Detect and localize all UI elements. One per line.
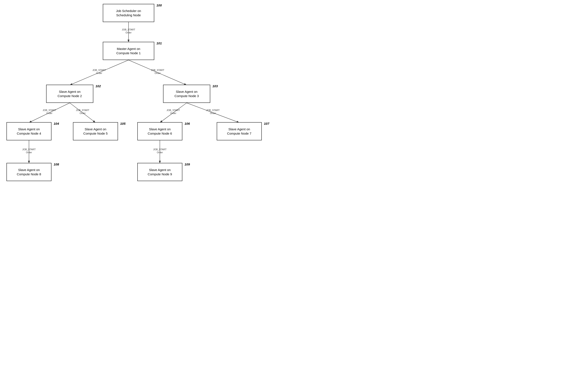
- node-n101: Master Agent onCompute Node 1: [103, 42, 154, 60]
- edge-label-3: JOB_STARTOrder: [42, 109, 57, 115]
- edge-label-4: JOB_STARTOrder: [75, 109, 90, 115]
- node-ref-n108: 108: [54, 162, 59, 166]
- edge-label-6: JOB_STARTOrder: [205, 109, 221, 115]
- node-ref-n102: 102: [95, 84, 101, 88]
- node-ref-n104: 104: [54, 122, 59, 125]
- node-n103: Slave Agent onCompute Node 3: [163, 85, 210, 103]
- node-n100: Job Scheduler onScheduling Node: [103, 4, 154, 22]
- node-ref-n101: 101: [156, 41, 162, 45]
- edge-label-7: JOB_STARTOrder: [22, 148, 37, 154]
- node-ref-n100: 100: [156, 3, 162, 7]
- edge-label-0: JOB_STARTOrder: [121, 28, 136, 34]
- node-n108: Slave Agent onCompute Node 8: [6, 163, 51, 181]
- node-ref-n106: 106: [184, 122, 190, 125]
- node-n107: Slave Agent onCompute Node 7: [217, 122, 262, 140]
- edge-label-8: JOB_STARTOrder: [152, 148, 167, 154]
- node-ref-n107: 107: [264, 122, 269, 125]
- diagram: Job Scheduler onScheduling Node100Master…: [0, 0, 282, 196]
- edge-label-1: JOB_STARTOrder: [92, 69, 107, 75]
- edge-label-2: JOB_STARTOrder: [150, 69, 165, 75]
- node-n109: Slave Agent onCompute Node 9: [137, 163, 182, 181]
- edge-label-5: JOB_STARTOrder: [166, 109, 181, 115]
- node-ref-n105: 105: [120, 122, 126, 125]
- node-n106: Slave Agent onCompute Node 6: [137, 122, 182, 140]
- node-ref-n103: 103: [212, 84, 218, 88]
- node-n105: Slave Agent onCompute Node 5: [73, 122, 118, 140]
- node-ref-n109: 109: [184, 162, 190, 166]
- node-n104: Slave Agent onCompute Node 4: [6, 122, 51, 140]
- node-n102: Slave Agent onCompute Node 2: [46, 85, 93, 103]
